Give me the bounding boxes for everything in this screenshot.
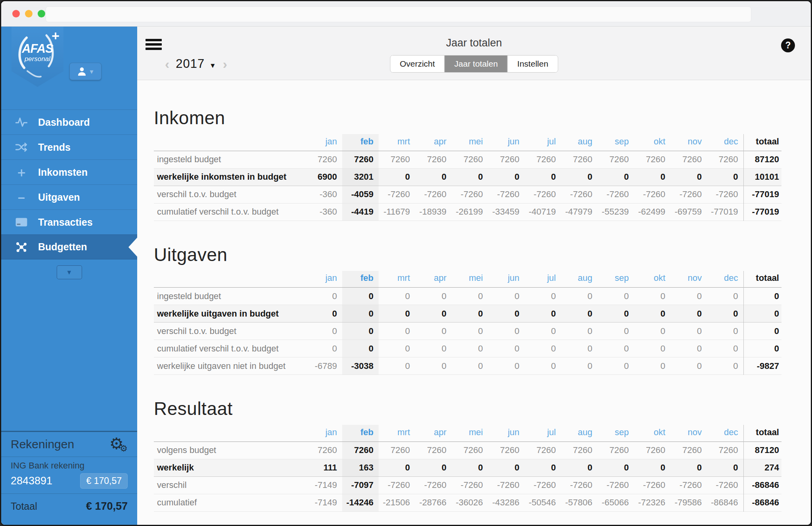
value-cell: 0 — [598, 168, 634, 186]
user-menu-button[interactable]: ▼ — [69, 63, 102, 80]
year-dropdown[interactable]: 2017 ▼ — [176, 57, 216, 71]
value-cell: 7260 — [488, 442, 525, 459]
afas-logo[interactable]: + AFAS personal — [11, 27, 63, 87]
value-cell: -33459 — [488, 203, 525, 221]
value-cell: 6900 — [306, 168, 342, 186]
sidebar-item-label: Inkomsten — [38, 167, 88, 178]
chevron-right-icon[interactable]: › — [223, 57, 227, 71]
zoom-button-icon[interactable] — [38, 10, 45, 17]
value-cell: -7149 — [306, 494, 342, 511]
value-cell: -7149 — [306, 476, 342, 494]
value-cell: -7260 — [525, 476, 561, 494]
value-cell: 0 — [525, 459, 561, 476]
value-cell: 0 — [488, 459, 525, 476]
sidebar-expand-button[interactable]: ▼ — [57, 265, 82, 279]
sidebar-item-transacties[interactable]: Transacties — [1, 209, 137, 234]
month-header-jun: jun — [488, 425, 525, 442]
row-label: cumulatief — [154, 494, 306, 511]
value-cell: 0 — [452, 305, 488, 323]
minimize-button-icon[interactable] — [25, 10, 33, 17]
sidebar-item-dashboard[interactable]: Dashboard — [1, 109, 137, 134]
value-cell: 0 — [707, 305, 743, 323]
tab-jaar-totalen[interactable]: Jaar totalen — [444, 56, 508, 72]
value-cell: 7260 — [707, 442, 743, 459]
value-cell: 0 — [306, 288, 342, 305]
value-cell: 0 — [561, 288, 598, 305]
month-header-aug: aug — [561, 425, 598, 442]
total-cell: 10101 — [743, 168, 781, 186]
month-header-jan: jan — [306, 134, 342, 151]
month-header-feb: feb — [342, 425, 379, 442]
settings-gear-icon[interactable]: ⚙⚙ — [109, 436, 128, 452]
month-header-sep: sep — [598, 134, 634, 151]
month-header-apr: apr — [415, 425, 452, 442]
row-label: ingesteld budget — [154, 288, 306, 305]
value-cell: 0 — [670, 340, 707, 357]
row-label: cumulatief verschil t.o.v. budget — [154, 203, 306, 221]
month-header-nov: nov — [670, 134, 707, 151]
month-header-mrt: mrt — [379, 134, 415, 151]
user-icon — [77, 66, 87, 77]
logo-plus-icon: + — [52, 29, 59, 42]
total-header: totaal — [743, 425, 781, 442]
chevron-left-icon[interactable]: ‹ — [165, 57, 169, 71]
total-cell: -9827 — [743, 357, 781, 375]
help-icon[interactable]: ? — [781, 38, 795, 52]
month-header-mei: mei — [452, 271, 488, 288]
value-cell: 0 — [670, 168, 707, 186]
accounts-total-row: Totaal € 170,57 — [1, 494, 137, 519]
month-header-dec: dec — [707, 134, 743, 151]
value-cell: -50546 — [525, 494, 561, 511]
value-cell: 0 — [707, 459, 743, 476]
value-cell: 7260 — [525, 151, 561, 168]
sidebar-item-inkomsten[interactable]: ＋Inkomsten — [1, 159, 137, 184]
value-cell: -36026 — [452, 494, 488, 511]
row-label: verschil t.o.v. budget — [154, 323, 306, 340]
value-cell: 7260 — [415, 442, 452, 459]
sidebar-item-label: Budgetten — [38, 241, 87, 253]
value-cell: 0 — [306, 340, 342, 357]
value-cell: 0 — [634, 288, 670, 305]
sidebar-item-trends[interactable]: Trends — [1, 134, 137, 159]
logo-subtext: personal — [25, 55, 50, 63]
row-label: ingesteld budget — [154, 151, 306, 168]
value-cell: 0 — [452, 323, 488, 340]
value-cell: 7260 — [306, 151, 342, 168]
account-balance-badge: € 170,57 — [80, 473, 128, 489]
month-header-jan: jan — [306, 271, 342, 288]
total-cell: 87120 — [743, 442, 781, 459]
month-header-apr: apr — [415, 134, 452, 151]
month-header-feb: feb — [342, 134, 379, 151]
tab-instellen[interactable]: Instellen — [508, 56, 558, 72]
value-cell: 0 — [634, 357, 670, 375]
month-header-mei: mei — [452, 134, 488, 151]
close-button-icon[interactable] — [12, 10, 20, 17]
value-cell: 0 — [452, 357, 488, 375]
sidebar-item-uitgaven[interactable]: –Uitgaven — [1, 184, 137, 209]
value-cell: 0 — [342, 305, 379, 323]
value-cell: 0 — [670, 459, 707, 476]
value-cell: 0 — [452, 168, 488, 186]
window-titlebar — [1, 1, 811, 27]
row-label: werkelijke inkomsten in budget — [154, 168, 306, 186]
address-bar[interactable] — [46, 6, 751, 22]
table-row: volgens budget72607260726072607260726072… — [154, 442, 781, 459]
value-cell: -72326 — [634, 494, 670, 511]
table-row: cumulatief-7149-14246-21506-28766-36026-… — [154, 494, 781, 511]
value-cell: -43286 — [488, 494, 525, 511]
month-header-jun: jun — [488, 271, 525, 288]
table-row: verschil t.o.v. budget0000000000000 — [154, 323, 781, 340]
table-row: werkelijke uitgaven niet in budget-6789-… — [154, 357, 781, 375]
month-header-jul: jul — [525, 271, 561, 288]
month-header-feb: feb — [342, 271, 379, 288]
value-cell: 0 — [306, 323, 342, 340]
row-label: verschil t.o.v. budget — [154, 186, 306, 203]
sidebar-item-budgetten[interactable]: Budgetten — [1, 234, 137, 259]
total-header: totaal — [743, 271, 781, 288]
total-cell: -77019 — [743, 186, 781, 203]
value-cell: 0 — [306, 305, 342, 323]
tab-overzicht[interactable]: Overzicht — [390, 56, 444, 72]
total-cell: -86846 — [743, 494, 781, 511]
account-row[interactable]: ING Bank rekening 2843891 € 170,57 — [1, 457, 137, 494]
value-cell: 0 — [488, 323, 525, 340]
